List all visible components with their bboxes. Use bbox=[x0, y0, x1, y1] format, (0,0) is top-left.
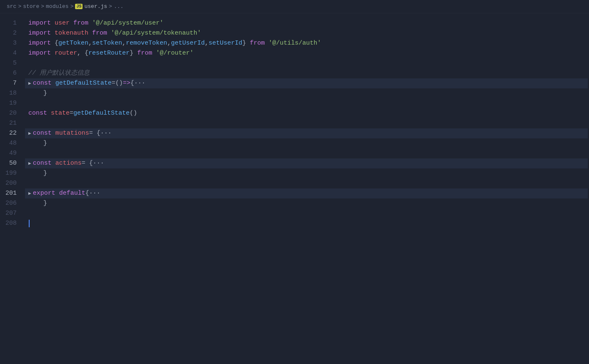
ln-22: 22 bbox=[0, 128, 25, 138]
code-line-1: import user from '@/api/system/user' bbox=[25, 18, 588, 28]
fold-arrow-22[interactable]: ▶ bbox=[28, 128, 31, 138]
tok-setUserId: setUserId bbox=[208, 38, 242, 48]
tok-comment: // 用户默认状态信息 bbox=[28, 68, 90, 78]
code-content: import user from '@/api/system/user' imp… bbox=[25, 13, 588, 364]
code-line-3: import { getToken, setToken, removeToken… bbox=[25, 38, 588, 48]
token-str-1: '@/api/system/user' bbox=[92, 18, 163, 28]
token-from-2: from bbox=[92, 28, 107, 38]
tok-actions: actions bbox=[55, 158, 82, 168]
fold-arrow-201[interactable]: ▶ bbox=[28, 188, 31, 198]
breadcrumb-sep1: > bbox=[18, 3, 21, 10]
sp bbox=[51, 38, 55, 48]
tok-close-48: } bbox=[28, 138, 47, 148]
tok-resetRouter: resetRouter bbox=[88, 48, 130, 58]
tok-export: export bbox=[33, 188, 55, 198]
tok-from-3: from bbox=[250, 38, 265, 48]
code-line-208 bbox=[25, 218, 588, 228]
tok-default: default bbox=[59, 188, 85, 198]
token-sp bbox=[107, 28, 111, 38]
ln-20: 20 bbox=[0, 108, 25, 118]
ln-1: 1 bbox=[0, 18, 25, 28]
code-line-199: } bbox=[25, 168, 588, 178]
code-line-49 bbox=[25, 148, 588, 158]
code-line-20: const state = getDefaultState() bbox=[25, 108, 588, 118]
ln-5: 5 bbox=[0, 58, 25, 68]
breadcrumb-store[interactable]: store bbox=[23, 3, 39, 10]
fold-arrow-50[interactable]: ▶ bbox=[28, 158, 31, 168]
tok-eq5: { bbox=[85, 188, 89, 198]
code-editor: 1 2 3 4 5 6 7 18 19 20 21 22 48 49 50 19… bbox=[0, 13, 589, 364]
sp bbox=[52, 158, 55, 168]
code-line-207 bbox=[25, 208, 588, 218]
breadcrumb: src > store > modules > JS user.js > ... bbox=[0, 0, 589, 13]
code-line-7: ▶const getDefaultState = () => { ··· bbox=[25, 78, 588, 88]
tok-comma4: , bbox=[205, 38, 208, 48]
ln-50: 50 bbox=[0, 158, 25, 168]
ln-206: 206 bbox=[0, 198, 25, 208]
breadcrumb-filename[interactable]: user.js bbox=[84, 3, 107, 10]
code-line-21 bbox=[25, 118, 588, 128]
tok-router: router bbox=[55, 48, 77, 58]
tok-brace-c2: } bbox=[130, 48, 133, 58]
line-numbers: 1 2 3 4 5 6 7 18 19 20 21 22 48 49 50 19… bbox=[0, 13, 25, 364]
sp bbox=[52, 78, 55, 88]
breadcrumb-ellipsis: ... bbox=[114, 3, 123, 10]
code-line-48: } bbox=[25, 138, 588, 148]
tok-mutations: mutations bbox=[55, 128, 89, 138]
code-line-50: ▶const actions = { ··· bbox=[25, 158, 588, 168]
ln-3: 3 bbox=[0, 38, 25, 48]
token-user: user bbox=[55, 18, 70, 28]
tok-close-18: } bbox=[28, 88, 47, 98]
breadcrumb-src[interactable]: src bbox=[7, 3, 16, 10]
ln-200: 200 bbox=[0, 178, 25, 188]
tok-const-2: const bbox=[28, 108, 47, 118]
code-line-5 bbox=[25, 58, 588, 68]
tok-close-206: } bbox=[28, 198, 47, 208]
tok-ellipsis-1: ··· bbox=[134, 78, 145, 88]
token-from-1: from bbox=[73, 18, 88, 28]
tok-call-parens: () bbox=[130, 108, 137, 118]
token-import-1: import bbox=[28, 18, 51, 28]
tok-close-199: } bbox=[28, 168, 47, 178]
js-file-icon: JS bbox=[75, 4, 83, 9]
code-line-22: ▶const mutations = { ··· bbox=[25, 128, 588, 138]
sp bbox=[47, 108, 51, 118]
token-sp bbox=[88, 18, 92, 28]
ln-19: 19 bbox=[0, 98, 25, 108]
tok-state: state bbox=[51, 108, 70, 118]
token-import-3: import bbox=[28, 38, 51, 48]
tok-getDefaultState-call: getDefaultState bbox=[73, 108, 130, 118]
code-line-201: ▶export default { ··· bbox=[25, 188, 588, 198]
token-sp bbox=[51, 18, 55, 28]
ln-21: 21 bbox=[0, 118, 25, 128]
breadcrumb-sep2: > bbox=[41, 3, 44, 10]
breadcrumb-modules[interactable]: modules bbox=[46, 3, 69, 10]
sp bbox=[133, 48, 137, 58]
code-line-4: import router, { resetRouter } from '@/r… bbox=[25, 48, 588, 58]
sp bbox=[246, 38, 250, 48]
ln-208: 208 bbox=[0, 218, 25, 228]
tok-comma5: , { bbox=[77, 48, 88, 58]
ln-2: 2 bbox=[0, 28, 25, 38]
tok-const-4: const bbox=[33, 158, 52, 168]
tok-import-4: import bbox=[28, 48, 51, 58]
tok-str-3: '@/utils/auth' bbox=[268, 38, 321, 48]
fold-arrow-7[interactable]: ▶ bbox=[28, 78, 31, 88]
breadcrumb-sep4: > bbox=[109, 3, 112, 10]
tok-removeToken: removeToken bbox=[126, 38, 167, 48]
tok-comma3: , bbox=[167, 38, 171, 48]
code-line-6: // 用户默认状态信息 bbox=[25, 68, 588, 78]
tok-getUserId: getUserId bbox=[171, 38, 205, 48]
tok-getToken: getToken bbox=[58, 38, 88, 48]
tok-arrow: => bbox=[123, 78, 130, 88]
ln-18: 18 bbox=[0, 88, 25, 98]
code-line-19 bbox=[25, 98, 588, 108]
token-import-2: import bbox=[28, 28, 51, 38]
ln-49: 49 bbox=[0, 148, 25, 158]
ln-7: 7 bbox=[0, 78, 25, 88]
tok-ellipsis-2: ··· bbox=[100, 128, 112, 138]
sp bbox=[265, 38, 268, 48]
tok-comma2: , bbox=[122, 38, 126, 48]
code-line-2: import tokenauth from '@/api/system/toke… bbox=[25, 28, 588, 38]
token-sp bbox=[51, 28, 55, 38]
